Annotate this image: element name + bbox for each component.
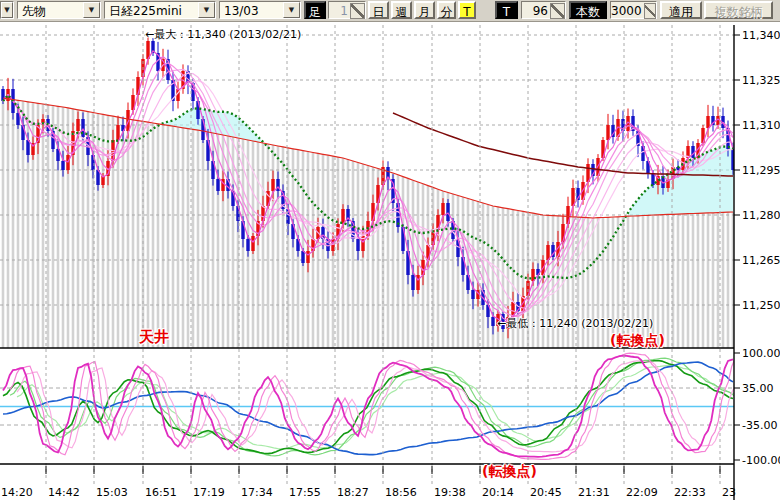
svg-text:35.00: 35.00: [742, 382, 774, 395]
left-partial-combo[interactable]: ▼: [0, 1, 14, 19]
svg-text:14:42: 14:42: [48, 486, 80, 499]
multi-symbol-button[interactable]: 複数銘柄: [704, 1, 773, 19]
svg-text:22:33: 22:33: [674, 486, 706, 499]
svg-text:19:38: 19:38: [434, 486, 466, 499]
svg-text:11,310: 11,310: [742, 119, 780, 132]
instrument-value: 日経225mini: [105, 2, 198, 18]
dropdown-arrow-icon[interactable]: ▼: [283, 2, 300, 18]
period-day-button[interactable]: 日: [368, 1, 389, 19]
tick-count-value: 96: [522, 2, 550, 18]
spinner-grip-icon[interactable]: [644, 3, 656, 19]
svg-text:23: 23: [722, 486, 736, 499]
svg-text:11,265: 11,265: [742, 254, 780, 267]
instrument-select[interactable]: 日経225mini ▼: [104, 1, 216, 19]
svg-text:11,325: 11,325: [742, 74, 780, 87]
svg-text:20:45: 20:45: [530, 486, 562, 499]
dropdown-arrow-icon[interactable]: ▼: [83, 2, 100, 18]
trading-chart-app: ▼ 先物 ▼ 日経225mini ▼ 13/03 ▼ 足 1 日 週 月 分 T…: [0, 0, 780, 500]
period-month-button[interactable]: 月: [414, 1, 435, 19]
svg-text:20:14: 20:14: [482, 486, 514, 499]
dropdown-arrow-icon[interactable]: ▼: [1, 2, 13, 18]
dropdown-arrow-icon[interactable]: ▼: [198, 2, 215, 18]
svg-text:22:09: 22:09: [626, 486, 658, 499]
svg-text:-100.00: -100.00: [742, 454, 780, 467]
tick-count-spinner[interactable]: 96: [521, 1, 566, 19]
svg-text:17:55: 17:55: [289, 486, 321, 499]
period-minute-button[interactable]: 分: [437, 1, 456, 19]
svg-text:11,250: 11,250: [742, 299, 780, 312]
bar-count-value: 3000: [611, 2, 644, 18]
ashi-button[interactable]: 足: [304, 1, 326, 19]
spinner-grip-icon[interactable]: [550, 3, 565, 19]
svg-text:100.00: 100.00: [742, 347, 780, 360]
svg-text:15:03: 15:03: [96, 486, 128, 499]
instrument-type-select[interactable]: 先物 ▼: [17, 1, 101, 19]
contract-month-select[interactable]: 13/03 ▼: [219, 1, 301, 19]
honsu-label: 本数: [569, 1, 607, 19]
svg-text:21:31: 21:31: [578, 486, 610, 499]
contract-month-value: 13/03: [220, 2, 283, 18]
svg-text:17:19: 17:19: [193, 486, 225, 499]
bar-count-spinner[interactable]: 3000: [610, 1, 657, 19]
tick-toggle-button[interactable]: T: [458, 1, 476, 19]
svg-text:11,340: 11,340: [742, 29, 780, 42]
interval-spinner[interactable]: 1: [328, 1, 366, 19]
period-week-button[interactable]: 週: [391, 1, 412, 19]
svg-text:11,295: 11,295: [742, 164, 780, 177]
tick-label-button[interactable]: T: [495, 1, 518, 19]
toolbar: ▼ 先物 ▼ 日経225mini ▼ 13/03 ▼ 足 1 日 週 月 分 T…: [0, 0, 780, 22]
svg-text:14:20: 14:20: [1, 486, 33, 499]
candlestick-panel[interactable]: [0, 25, 734, 348]
svg-text:16:51: 16:51: [145, 486, 177, 499]
chart-area: 11,34011,32511,31011,29511,28011,26511,2…: [0, 0, 780, 500]
svg-text:18:56: 18:56: [385, 486, 417, 499]
instrument-type-value: 先物: [18, 2, 83, 18]
apply-button[interactable]: 適用: [660, 1, 702, 19]
svg-text:18:27: 18:27: [337, 486, 369, 499]
svg-text:11,280: 11,280: [742, 209, 780, 222]
svg-text:17:34: 17:34: [241, 486, 273, 499]
interval-value: 1: [329, 2, 350, 18]
svg-text:-35.00: -35.00: [742, 419, 777, 432]
oscillator-panel[interactable]: [0, 348, 734, 464]
spinner-grip-icon[interactable]: [350, 3, 365, 19]
